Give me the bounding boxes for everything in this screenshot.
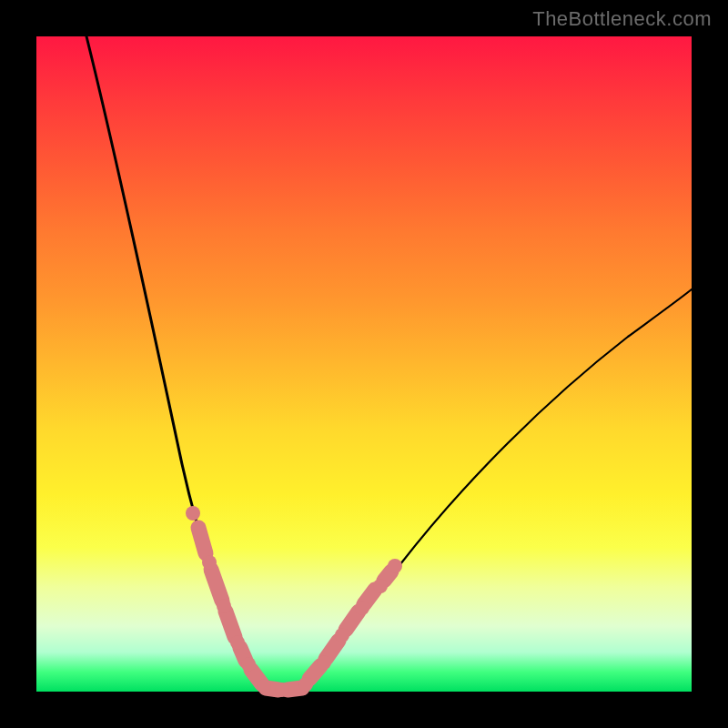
svg-point-17 bbox=[257, 679, 271, 693]
svg-point-24 bbox=[388, 559, 402, 573]
svg-point-18 bbox=[275, 682, 289, 697]
svg-line-2 bbox=[226, 612, 235, 637]
svg-line-1 bbox=[211, 570, 222, 601]
bottleneck-curve-left bbox=[86, 36, 284, 690]
curve-layer bbox=[36, 36, 692, 692]
svg-line-7 bbox=[309, 666, 320, 679]
svg-point-19 bbox=[298, 677, 313, 692]
svg-point-20 bbox=[317, 655, 331, 670]
svg-point-15 bbox=[230, 635, 245, 650]
svg-line-9 bbox=[346, 612, 359, 630]
svg-point-13 bbox=[202, 555, 217, 570]
svg-point-12 bbox=[186, 506, 200, 521]
svg-line-8 bbox=[326, 641, 339, 659]
svg-line-0 bbox=[198, 528, 206, 553]
svg-point-22 bbox=[355, 601, 369, 615]
svg-point-21 bbox=[335, 628, 349, 642]
plot-area bbox=[36, 36, 692, 692]
svg-point-16 bbox=[241, 657, 256, 672]
svg-point-14 bbox=[217, 599, 231, 613]
svg-point-23 bbox=[373, 579, 388, 593]
svg-line-11 bbox=[384, 571, 391, 581]
chart-frame: TheBottleneck.com bbox=[0, 0, 728, 728]
watermark-label: TheBottleneck.com bbox=[532, 7, 712, 31]
